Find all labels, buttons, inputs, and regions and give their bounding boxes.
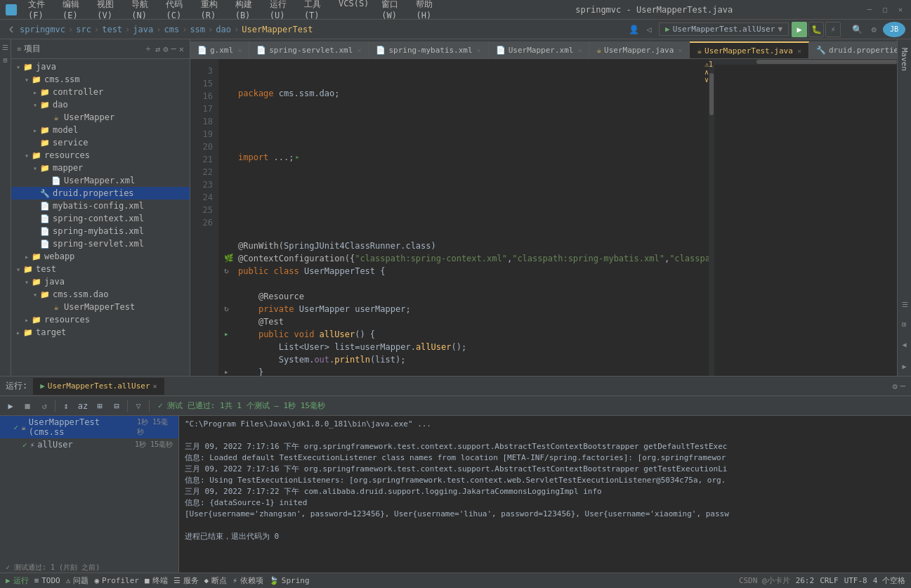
debug-button[interactable]: 🐛 <box>808 22 824 37</box>
tab-usermapper-xml[interactable]: 📄 UserMapper.xml ✕ <box>489 41 590 58</box>
tab-close-btn[interactable]: ✕ <box>678 46 682 54</box>
tab-close-btn[interactable]: ✕ <box>577 46 582 54</box>
breakpoints-status-item[interactable]: ◆ 断点 <box>204 575 228 586</box>
tree-item-mybatis-config[interactable]: 📄 mybatis-config.xml <box>11 200 190 212</box>
tree-item-java[interactable]: ▾ 📁 java <box>11 60 190 73</box>
tab-usermappertest-java[interactable]: ☕ UserMapperTest.java ✕ <box>690 41 809 58</box>
right-icon-1[interactable]: ☰ <box>899 295 910 314</box>
tree-item-model[interactable]: ▸ 📁 model <box>11 124 190 136</box>
nav-back[interactable] <box>6 24 17 35</box>
run-status-item[interactable]: ▶ 运行 <box>6 575 29 586</box>
right-icon-4[interactable]: ▶ <box>899 357 910 376</box>
panel-add-icon[interactable]: ＋ <box>144 43 152 55</box>
filter-btn[interactable]: ▽ <box>131 398 146 414</box>
profiler-status-item[interactable]: ◉ Profiler <box>94 576 139 585</box>
run-output[interactable]: "C:\Program Files\Java\jdk1.8.0_181\bin\… <box>179 416 911 573</box>
tree-item-spring-context[interactable]: 📄 spring-context.xml <box>11 212 190 225</box>
panel-settings-icon[interactable]: ⚙ <box>163 44 168 54</box>
right-icon-3[interactable]: ◀ <box>899 335 910 354</box>
indent-item[interactable]: 4 个空格 <box>873 575 905 586</box>
stop-button[interactable]: ■ <box>20 398 35 414</box>
dependencies-status-item[interactable]: ⚡ 依赖项 <box>232 575 263 586</box>
line-sep-item[interactable]: CRLF <box>820 576 839 585</box>
tree-item-test[interactable]: ▾ 📁 test <box>11 263 190 275</box>
tree-item-resources[interactable]: ▾ 📁 resources <box>11 149 190 162</box>
panel-expand-icon[interactable]: ⇄ <box>155 44 160 54</box>
tree-item-cms-ssm[interactable]: ▾ 📁 cms.ssm <box>11 73 190 86</box>
menu-build[interactable]: 构建(B) <box>230 0 263 22</box>
code-editor[interactable]: 3 15 16 17 <box>190 59 714 376</box>
tab-usermapper-java[interactable]: ☕ UserMapper.java ✕ <box>589 41 690 58</box>
tab-close-btn[interactable]: ✕ <box>797 47 801 55</box>
panel-close-icon[interactable]: ✕ <box>179 44 184 54</box>
tree-item-druid[interactable]: 🔧 druid.properties <box>11 187 190 200</box>
menu-refactor[interactable]: 重构(R) <box>195 0 228 22</box>
settings-button[interactable]: ⚙ <box>866 22 881 37</box>
menu-edit[interactable]: 编辑(E) <box>57 0 90 22</box>
tree-item-test-resources[interactable]: ▸ 📁 resources <box>11 313 190 326</box>
menu-code[interactable]: 代码(C) <box>160 0 193 22</box>
tree-item-usermapper-xml[interactable]: 📄 UserMapper.xml <box>11 174 190 187</box>
bookmark-icon[interactable]: ⊞ <box>1 55 11 65</box>
tree-item-test-java[interactable]: ▾ 📁 java <box>11 275 190 288</box>
minimize-button[interactable]: ─ <box>865 5 874 15</box>
tab-close-btn[interactable]: ✕ <box>357 46 361 54</box>
panel-minimize-icon[interactable]: ─ <box>900 381 905 391</box>
tab-close-btn[interactable]: ✕ <box>477 46 481 54</box>
maximize-button[interactable]: □ <box>880 5 890 15</box>
run-button[interactable]: ▶ <box>792 22 807 37</box>
search-button[interactable]: 🔍 <box>849 22 865 37</box>
tree-item-usermappertest[interactable]: ☕ UserMapperTest <box>11 301 190 313</box>
menu-help[interactable]: 帮助(H) <box>410 0 443 22</box>
tree-item-service[interactable]: 📁 service <box>11 136 190 149</box>
menu-tools[interactable]: 工具(T) <box>299 0 332 22</box>
tree-item-controller[interactable]: ▸ 📁 controller <box>11 86 190 98</box>
tree-item-usermapper[interactable]: ☕ UserMapper <box>11 111 190 124</box>
todo-status-item[interactable]: ≡ TODO <box>34 576 60 585</box>
run-tab[interactable]: ▶ UserMapperTest.allUser ✕ <box>33 378 164 395</box>
problems-status-item[interactable]: ⚠ 问题 <box>66 575 89 586</box>
editor-scrollbar[interactable]: ⚠1 ∧ ∨ <box>709 59 714 376</box>
encoding-item[interactable]: UTF-8 <box>844 576 867 585</box>
user-icon-area[interactable]: 👤 <box>629 25 639 34</box>
tab-druid[interactable]: 🔧 druid.properties ✕ <box>809 41 897 58</box>
tree-item-spring-mybatis[interactable]: 📄 spring-mybatis.xml <box>11 225 190 237</box>
back-nav-btn[interactable]: ◁ <box>642 22 656 37</box>
services-status-item[interactable]: ☰ 服务 <box>173 575 199 586</box>
tree-item-mapper[interactable]: ▾ 📁 mapper <box>11 162 190 174</box>
menu-run[interactable]: 运行(U) <box>264 0 297 22</box>
settings-gear-icon[interactable]: ⚙ <box>893 381 898 391</box>
tree-item-spring-servlet[interactable]: 📄 spring-servlet.xml <box>11 237 190 250</box>
avatar[interactable]: JB <box>883 22 905 37</box>
expand-icon[interactable]: ≡ <box>17 45 21 53</box>
menu-nav[interactable]: 导航(N) <box>126 0 159 22</box>
tab-spring-mybatis[interactable]: 📄 spring-mybatis.xml ✕ <box>369 41 488 58</box>
structure-icon[interactable]: ☰ <box>1 42 11 52</box>
tab-spring-servlet[interactable]: 📄 spring-servlet.xml ✕ <box>249 41 369 58</box>
menu-window[interactable]: 窗口(W) <box>376 0 409 22</box>
run-tree-item-class[interactable]: ✓ ☕ UserMapperTest (cms.ss 1秒 15毫秒 <box>0 416 178 438</box>
tree-item-dao[interactable]: ▾ 📁 dao <box>11 98 190 111</box>
spring-status-item[interactable]: 🍃 Spring <box>269 576 310 585</box>
scrollbar-thumb[interactable] <box>709 73 714 115</box>
maven-icon[interactable]: Maven <box>898 42 910 77</box>
tab-close[interactable]: ✕ <box>153 382 157 390</box>
run-coverage-button[interactable]: ⚡ <box>825 22 841 37</box>
run-config-dropdown[interactable]: ▶ UserMapperTest.allUser ▼ <box>659 22 789 36</box>
tree-item-webapp[interactable]: ▸ 📁 webapp <box>11 250 190 263</box>
h-scrollbar[interactable] <box>714 59 897 65</box>
menu-view[interactable]: 视图(V) <box>91 0 124 22</box>
position-item[interactable]: 26:2 <box>796 576 815 585</box>
menu-file[interactable]: 文件(F) <box>22 0 55 22</box>
close-button[interactable]: ✕ <box>896 5 905 15</box>
right-icon-2[interactable]: ⊞ <box>899 317 910 332</box>
code-content[interactable]: package cms.ssm.dao; ▸ import ...; <box>218 59 709 376</box>
panel-collapse-icon[interactable]: ─ <box>171 44 176 54</box>
restore-button[interactable]: ↺ <box>37 398 52 414</box>
rerun-button[interactable]: ▶ <box>3 398 18 414</box>
menu-vcs[interactable]: VCS(S) <box>333 0 374 22</box>
h-scrollbar-thumb[interactable] <box>756 60 897 64</box>
sort-alpha-btn[interactable]: az <box>75 398 91 414</box>
run-tree-item-method[interactable]: ✓ ⚡ allUser 1秒 15毫秒 <box>0 438 178 451</box>
collapse-btn[interactable]: ⊟ <box>109 398 124 414</box>
